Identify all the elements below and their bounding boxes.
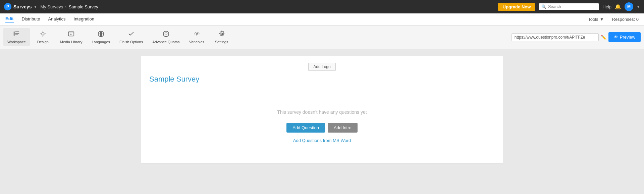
tools-menu[interactable]: Tools ▼: [588, 17, 604, 22]
svg-rect-3: [15, 35, 18, 35]
settings-icon: [218, 30, 225, 39]
toolbar-advance-quotas[interactable]: Advance Quotas: [148, 28, 183, 46]
action-buttons: Add Question Add Intro: [286, 123, 358, 133]
edit-url-icon[interactable]: ✏️: [601, 35, 606, 40]
tab-analytics[interactable]: Analytics: [48, 16, 65, 22]
breadcrumb: My Surveys › Sample Survey: [40, 4, 98, 9]
media-library-icon: Aa: [67, 30, 75, 39]
brand-icon: P: [4, 3, 11, 10]
variables-label: Variables: [189, 40, 204, 44]
breadcrumb-current: Sample Survey: [69, 4, 98, 9]
svg-rect-1: [15, 32, 19, 32]
svg-point-11: [199, 34, 200, 35]
variables-icon: [193, 30, 201, 39]
svg-rect-2: [15, 33, 19, 34]
svg-rect-0: [14, 32, 15, 36]
workspace-icon: [13, 30, 20, 39]
svg-point-12: [221, 33, 223, 35]
toolbar-media-library[interactable]: Aa Media Library: [56, 28, 87, 46]
notification-icon[interactable]: 🔔: [615, 4, 621, 10]
toolbar-languages[interactable]: Languages: [88, 28, 114, 46]
add-question-button[interactable]: Add Question: [286, 123, 325, 133]
preview-label: Preview: [620, 35, 635, 40]
toolbar-design[interactable]: Design: [31, 28, 55, 46]
media-library-label: Media Library: [60, 40, 83, 44]
finish-options-icon: [127, 30, 135, 39]
main-content: Add Logo Sample Survey This survey doesn…: [0, 49, 644, 194]
topbar: P Surveys ▼ My Surveys › Sample Survey U…: [0, 0, 644, 13]
survey-card: Add Logo Sample Survey This survey doesn…: [141, 56, 503, 163]
toolbar-variables[interactable]: Variables: [185, 28, 209, 46]
survey-body: This survey doesn't have any questions y…: [141, 89, 503, 163]
add-intro-button[interactable]: Add Intro: [328, 123, 358, 133]
user-avatar[interactable]: M: [625, 2, 633, 11]
toolbar: Workspace Design Aa Media Library Langua…: [0, 26, 644, 49]
tab-distribute[interactable]: Distribute: [22, 16, 40, 22]
advance-quotas-label: Advance Quotas: [152, 40, 179, 44]
survey-title: Sample Survey: [149, 75, 495, 84]
help-label[interactable]: Help: [602, 4, 611, 9]
svg-point-4: [42, 33, 44, 35]
responses-count: Responses: 0: [612, 17, 639, 22]
subnav: Edit Distribute Analytics Integration To…: [0, 13, 644, 26]
search-icon: 🔍: [541, 4, 546, 9]
url-area: ✏️ 👁 Preview: [512, 32, 641, 42]
languages-label: Languages: [92, 40, 110, 44]
add-logo-button[interactable]: Add Logo: [308, 63, 335, 71]
search-input[interactable]: [548, 4, 596, 9]
ms-word-link[interactable]: Add Questions from MS Word: [293, 138, 351, 143]
empty-state-message: This survey doesn't have any questions y…: [277, 109, 367, 115]
languages-icon: [97, 30, 105, 39]
preview-button[interactable]: 👁 Preview: [608, 32, 641, 42]
breadcrumb-separator: ›: [65, 4, 66, 9]
advance-quotas-icon: [162, 30, 170, 39]
search-box: 🔍: [539, 3, 599, 10]
workspace-label: Workspace: [7, 40, 26, 44]
user-caret-icon[interactable]: ▼: [637, 5, 640, 9]
preview-eye-icon: 👁: [614, 35, 618, 40]
brand-label: Surveys: [13, 4, 32, 9]
toolbar-settings[interactable]: Settings: [210, 28, 233, 46]
survey-url-input[interactable]: [512, 33, 599, 41]
tab-integration[interactable]: Integration: [74, 16, 94, 22]
svg-point-10: [194, 34, 195, 35]
upgrade-button[interactable]: Upgrade Now: [498, 3, 536, 11]
brand[interactable]: P Surveys ▼: [4, 3, 37, 10]
survey-header: Add Logo Sample Survey: [141, 56, 503, 89]
tools-caret-icon: ▼: [600, 17, 604, 22]
brand-caret-icon: ▼: [34, 5, 37, 9]
svg-point-8: [163, 31, 169, 37]
breadcrumb-my-surveys[interactable]: My Surveys: [40, 4, 63, 9]
design-icon: [39, 30, 47, 39]
toolbar-workspace[interactable]: Workspace: [3, 28, 30, 46]
svg-text:Aa: Aa: [70, 33, 72, 36]
toolbar-finish-options[interactable]: Finish Options: [115, 28, 147, 46]
design-label: Design: [37, 40, 49, 44]
finish-options-label: Finish Options: [119, 40, 143, 44]
tab-edit[interactable]: Edit: [5, 16, 14, 22]
svg-point-9: [166, 34, 167, 35]
tools-label: Tools: [588, 17, 598, 22]
settings-label: Settings: [215, 40, 228, 44]
